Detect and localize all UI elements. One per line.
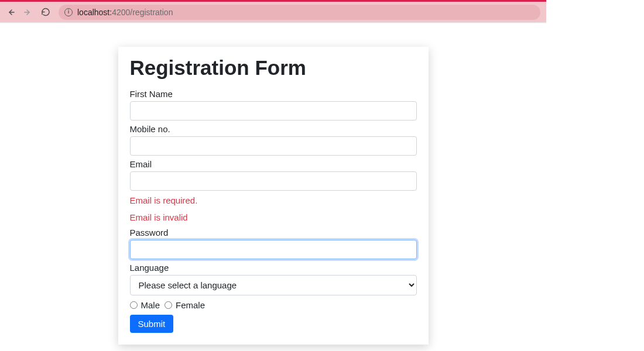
address-text: localhost:4200/registration xyxy=(77,8,173,17)
email-invalid-error: Email is invalid xyxy=(130,211,417,225)
url-path: 4200/registration xyxy=(112,8,173,17)
page-title: Registration Form xyxy=(130,56,417,80)
page-content: Registration Form First Name Mobile no. … xyxy=(0,23,546,345)
gender-male-radio[interactable] xyxy=(130,301,138,309)
url-host: localhost: xyxy=(77,8,112,17)
first-name-input[interactable] xyxy=(130,101,417,121)
mobile-input[interactable] xyxy=(130,136,417,156)
address-bar[interactable]: i localhost:4200/registration xyxy=(59,5,540,20)
forward-icon[interactable] xyxy=(23,8,33,17)
email-input[interactable] xyxy=(130,171,417,191)
password-label: Password xyxy=(130,228,417,238)
email-label: Email xyxy=(130,159,417,169)
password-input[interactable] xyxy=(130,240,417,259)
gender-radio-group: Male Female xyxy=(130,300,417,310)
gender-female-radio[interactable] xyxy=(165,301,172,309)
site-info-icon[interactable]: i xyxy=(64,8,73,16)
mobile-label: Mobile no. xyxy=(130,124,417,134)
reload-icon[interactable] xyxy=(41,8,50,17)
back-icon[interactable] xyxy=(6,8,15,17)
submit-button[interactable]: Submit xyxy=(130,315,174,333)
language-label: Language xyxy=(130,263,417,273)
language-select[interactable]: Please select a language xyxy=(130,275,417,295)
gender-male-label: Male xyxy=(141,300,160,310)
browser-toolbar: i localhost:4200/registration xyxy=(0,2,546,22)
first-name-label: First Name xyxy=(130,89,417,99)
email-required-error: Email is required. xyxy=(130,194,417,208)
registration-card: Registration Form First Name Mobile no. … xyxy=(118,47,429,345)
gender-female-label: Female xyxy=(176,300,205,310)
